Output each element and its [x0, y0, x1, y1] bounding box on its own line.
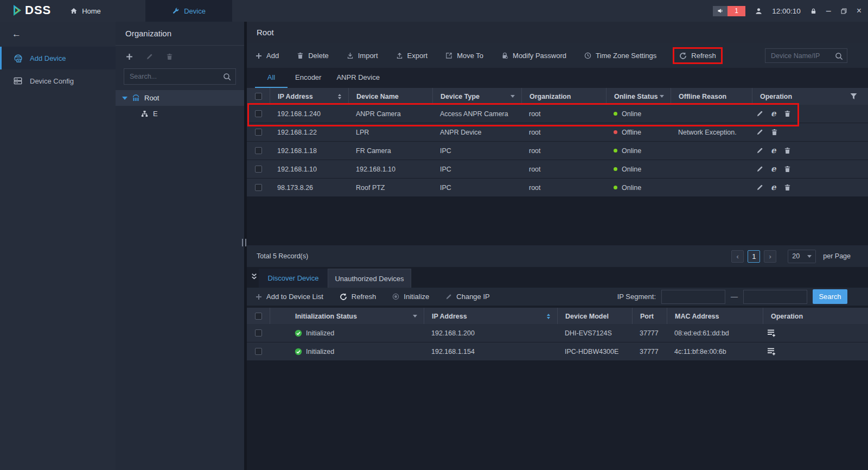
import-button[interactable]: Import	[347, 52, 378, 60]
close-button[interactable]: ×	[857, 7, 861, 15]
col-offline-reason: Offline Reason	[679, 93, 726, 100]
table-row[interactable]: 192.168.1.240 ANPR Camera Access ANPR Ca…	[247, 105, 868, 123]
back-arrow-button[interactable]: ←	[12, 29, 21, 40]
table-row[interactable]: 98.173.8.26 Roof PTZ IPC root Online e	[247, 179, 868, 196]
web-browser-icon[interactable]: e	[771, 147, 776, 154]
delete-row-icon[interactable]	[784, 147, 791, 154]
tab-home[interactable]: Home	[54, 0, 117, 22]
collapse-panel-icon[interactable]	[251, 273, 257, 280]
sidebar-item-add-device[interactable]: Add Device	[0, 47, 116, 69]
tab-encoder[interactable]: Encoder	[288, 68, 329, 88]
tab-device[interactable]: Device	[145, 0, 232, 22]
initialize-button[interactable]: Initialize	[392, 293, 429, 301]
sort-icon[interactable]	[547, 314, 550, 319]
discover-refresh-button[interactable]: Refresh	[340, 293, 376, 301]
edit-icon[interactable]	[756, 166, 763, 173]
table-row[interactable]: 192.168.1.10 192.168.1.10 IPC root Onlin…	[247, 160, 868, 178]
page-title: Root	[247, 22, 868, 43]
cell-org: root	[521, 147, 606, 155]
tab-unauthorized-devices[interactable]: Unauthorized Devices	[328, 269, 411, 288]
export-button[interactable]: Export	[396, 52, 428, 60]
delete-row-icon[interactable]	[784, 184, 791, 191]
sidebar-item-device-config[interactable]: Device Config	[0, 69, 116, 92]
plus-icon	[256, 294, 262, 300]
edit-icon[interactable]	[756, 129, 763, 136]
delete-row-icon[interactable]	[784, 110, 791, 117]
tree-node-root[interactable]: Root	[116, 90, 244, 106]
current-page[interactable]: 1	[748, 250, 760, 263]
prev-page-button[interactable]: ‹	[731, 250, 744, 263]
row-checkbox[interactable]	[255, 166, 262, 173]
delete-row-icon[interactable]	[771, 129, 778, 136]
filter-caret-icon[interactable]	[413, 315, 417, 317]
row-checkbox[interactable]	[255, 129, 262, 136]
ip-segment-end-input[interactable]	[743, 290, 807, 304]
col-ip-address: IP Address	[432, 313, 467, 320]
page-size-select[interactable]: 20	[788, 250, 816, 263]
ip-segment-start-input[interactable]	[661, 290, 725, 304]
brand-text: DSS	[25, 3, 51, 17]
tree-expand-icon[interactable]	[122, 97, 127, 100]
add-to-list-icon[interactable]	[767, 329, 776, 337]
cell-org: root	[521, 166, 606, 173]
web-browser-icon[interactable]: e	[771, 166, 776, 173]
delete-button[interactable]: Delete	[297, 52, 329, 60]
edit-icon[interactable]	[756, 147, 763, 154]
add-to-list-icon[interactable]	[767, 347, 776, 355]
cell-name: ANPR Camera	[348, 110, 432, 118]
org-add-icon[interactable]	[126, 53, 133, 60]
minimize-button[interactable]: –	[826, 7, 831, 15]
organization-panel: Organization Root E	[116, 22, 244, 470]
ip-segment-label: IP Segment:	[617, 293, 656, 301]
alarm-center-button[interactable]: 1	[713, 6, 745, 16]
time-zone-settings-button[interactable]: Time Zone Settings	[584, 52, 656, 60]
tree-node-label: E	[153, 110, 158, 118]
row-checkbox[interactable]	[255, 110, 262, 117]
row-checkbox[interactable]	[255, 147, 262, 154]
org-search-input[interactable]	[124, 69, 235, 84]
edit-icon[interactable]	[756, 110, 763, 117]
sort-icon[interactable]	[338, 94, 341, 99]
table-row[interactable]: Initialized 192.168.1.154 IPC-HDBW4300E …	[247, 342, 868, 360]
table-row[interactable]: 192.168.1.22 LPR ANPR Device root Offlin…	[247, 123, 868, 141]
filter-funnel-icon[interactable]	[850, 93, 857, 100]
change-ip-button[interactable]: Change IP	[445, 293, 489, 301]
tab-anpr-device[interactable]: ANPR Device	[329, 68, 387, 88]
tab-discover-device[interactable]: Discover Device	[259, 269, 328, 288]
move-to-icon	[445, 52, 452, 59]
tree-node-e[interactable]: E	[116, 106, 244, 122]
row-checkbox[interactable]	[255, 184, 262, 191]
web-browser-icon[interactable]: e	[771, 184, 776, 191]
next-page-button[interactable]: ›	[764, 250, 776, 263]
select-all-checkbox[interactable]	[255, 313, 262, 320]
refresh-button[interactable]: Refresh	[674, 49, 721, 62]
initialized-check-icon	[295, 348, 302, 355]
restore-button[interactable]	[840, 8, 847, 15]
cell-port: 37777	[632, 348, 667, 355]
add-to-device-list-button[interactable]: Add to Device List	[256, 293, 323, 301]
lock-screen-icon[interactable]	[810, 8, 817, 15]
org-root-icon	[132, 94, 140, 102]
row-checkbox[interactable]	[255, 329, 262, 336]
edit-icon[interactable]	[756, 184, 763, 191]
modify-password-button[interactable]: Modify Password	[501, 52, 566, 60]
user-icon[interactable]	[755, 7, 763, 15]
splitter-handle[interactable]	[242, 239, 246, 246]
delete-row-icon[interactable]	[784, 166, 791, 173]
table-row[interactable]: 192.168.1.18 FR Camera IPC root Online e	[247, 142, 868, 160]
segment-search-button[interactable]: Search	[813, 289, 847, 304]
web-browser-icon[interactable]: e	[771, 110, 776, 117]
org-search-box	[124, 68, 236, 85]
tab-all[interactable]: All	[255, 68, 288, 88]
row-checkbox[interactable]	[255, 348, 262, 355]
filter-caret-icon[interactable]	[660, 95, 664, 98]
filter-caret-icon[interactable]	[510, 95, 515, 98]
add-button[interactable]: Add	[256, 52, 279, 60]
cell-ip: 98.173.8.26	[270, 184, 348, 192]
select-all-checkbox[interactable]	[255, 93, 262, 100]
table-row[interactable]: Initialized 192.168.1.200 DHI-EVS7124S 3…	[247, 324, 868, 342]
move-to-button[interactable]: Move To	[445, 52, 483, 60]
cell-type: Access ANPR Camera	[432, 110, 521, 118]
org-edit-icon[interactable]	[146, 53, 153, 60]
org-delete-icon[interactable]	[166, 53, 173, 60]
